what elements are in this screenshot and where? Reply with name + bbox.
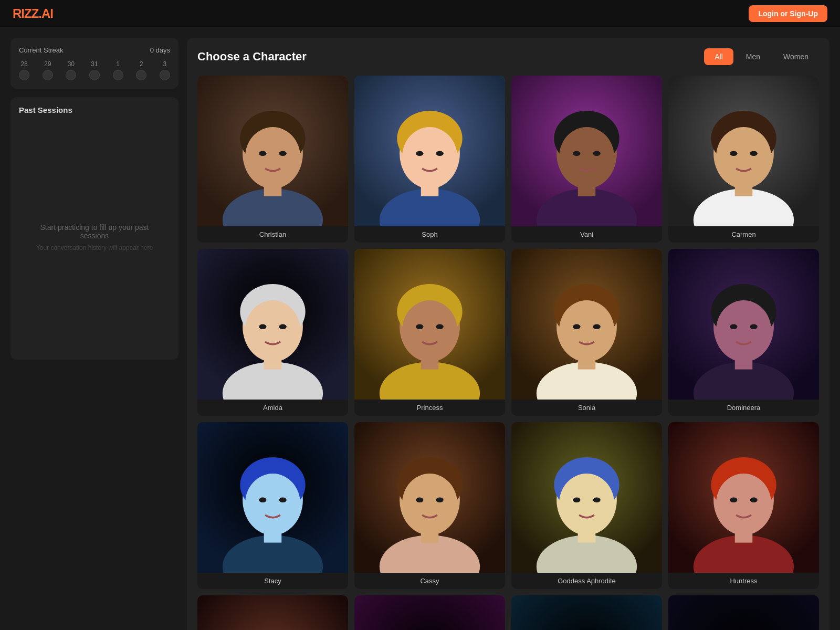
character-name: Princess	[354, 400, 505, 416]
character-card[interactable]: Vani	[511, 76, 662, 243]
character-card[interactable]: Goddess Aphrodite	[511, 422, 662, 589]
streak-day: 31	[89, 60, 100, 80]
character-portrait	[197, 249, 348, 400]
app-header: RIZZ.AI Login or Sign-Up	[0, 0, 840, 27]
svg-point-78	[416, 498, 423, 503]
character-portrait	[511, 595, 662, 630]
character-name: Christian	[197, 226, 348, 243]
character-name: Goddess Aphrodite	[511, 573, 662, 589]
streak-value: 0 days	[150, 46, 170, 54]
svg-point-45	[402, 300, 457, 361]
streak-day: 2	[136, 60, 146, 80]
svg-point-29	[716, 127, 771, 187]
filter-all[interactable]: All	[704, 48, 733, 65]
character-card[interactable]: Soph	[354, 76, 505, 243]
character-card[interactable]: Stacy	[197, 422, 348, 589]
past-sessions-panel: Past Sessions Start practicing to fill u…	[10, 97, 178, 360]
svg-point-31	[750, 151, 757, 156]
svg-point-47	[436, 324, 443, 330]
character-grid: ChristianSophVaniCarmenAmidaPrincessSoni…	[197, 76, 819, 630]
character-portrait	[354, 76, 505, 226]
day-28: 28	[20, 60, 27, 68]
character-portrait	[354, 422, 505, 573]
streak-title: Current Streak	[19, 46, 64, 54]
character-portrait	[511, 76, 662, 226]
streak-circle	[19, 70, 29, 80]
svg-point-63	[750, 324, 757, 330]
svg-point-6	[259, 151, 266, 156]
character-card[interactable]: Zenon	[511, 595, 662, 630]
login-button[interactable]: Login or Sign-Up	[749, 5, 827, 22]
character-card[interactable]: Domineera	[668, 249, 819, 416]
character-card[interactable]: Princess	[354, 249, 505, 416]
character-name: Carmen	[668, 226, 819, 243]
sidebar: Current Streak 0 days 28 29 30 31	[10, 38, 178, 630]
svg-point-70	[259, 498, 266, 503]
character-portrait	[197, 76, 348, 226]
svg-point-61	[716, 300, 771, 361]
svg-point-54	[573, 324, 580, 330]
svg-point-53	[559, 300, 614, 361]
character-card[interactable]: Cassy	[354, 422, 505, 589]
character-card[interactable]: Amida	[197, 249, 348, 416]
day-29: 29	[44, 60, 51, 68]
character-name: Cassy	[354, 573, 505, 589]
streak-days-row: 28 29 30 31 1	[19, 60, 170, 80]
day-2: 2	[140, 60, 143, 68]
past-sessions-empty: Start practicing to fill up your past se…	[19, 123, 170, 351]
character-portrait	[354, 595, 505, 630]
streak-circle	[89, 70, 100, 80]
app-logo: RIZZ.AI	[13, 6, 53, 21]
character-card[interactable]: Huntress	[668, 422, 819, 589]
svg-point-23	[593, 151, 600, 156]
character-card[interactable]: Carmen	[668, 76, 819, 243]
character-card[interactable]: Jess	[354, 595, 505, 630]
character-name: Amida	[197, 400, 348, 416]
streak-day: 1	[113, 60, 123, 80]
svg-point-39	[279, 324, 286, 330]
svg-point-30	[730, 151, 737, 156]
svg-point-69	[245, 474, 300, 534]
streak-circle	[66, 70, 76, 80]
character-portrait	[668, 422, 819, 573]
character-card[interactable]: Sonia	[511, 249, 662, 416]
svg-point-21	[559, 127, 614, 187]
svg-point-85	[559, 474, 614, 534]
svg-point-38	[259, 324, 266, 330]
character-portrait	[511, 249, 662, 400]
svg-point-86	[573, 498, 580, 503]
past-sessions-title: Past Sessions	[19, 106, 170, 114]
streak-circle	[160, 70, 170, 80]
svg-rect-96	[197, 595, 348, 630]
character-portrait	[668, 595, 819, 630]
character-portrait	[668, 76, 819, 226]
svg-point-7	[279, 151, 286, 156]
svg-point-15	[436, 151, 443, 156]
svg-rect-112	[511, 595, 662, 630]
svg-point-79	[436, 498, 443, 503]
day-30: 30	[68, 60, 75, 68]
character-portrait	[197, 422, 348, 573]
svg-point-77	[402, 474, 457, 534]
filter-women[interactable]: Women	[773, 48, 819, 65]
svg-point-13	[402, 127, 457, 187]
character-card[interactable]: Christian	[197, 76, 348, 243]
character-name: Soph	[354, 226, 505, 243]
streak-header: Current Streak 0 days	[19, 46, 170, 54]
streak-circle	[136, 70, 146, 80]
svg-point-93	[716, 474, 771, 534]
content-header: Choose a Character All Men Women	[197, 48, 819, 65]
streak-circle	[43, 70, 53, 80]
character-card[interactable]: Jennifer	[197, 595, 348, 630]
day-3: 3	[163, 60, 167, 68]
character-portrait	[668, 249, 819, 400]
character-portrait	[354, 249, 505, 400]
character-portrait	[197, 595, 348, 630]
day-31: 31	[91, 60, 98, 68]
character-card[interactable]: Vlad Drakonis	[668, 595, 819, 630]
streak-card: Current Streak 0 days 28 29 30 31	[10, 38, 178, 89]
streak-day: 3	[160, 60, 170, 80]
svg-point-46	[416, 324, 423, 330]
character-name: Vani	[511, 226, 662, 243]
filter-men[interactable]: Men	[736, 48, 771, 65]
